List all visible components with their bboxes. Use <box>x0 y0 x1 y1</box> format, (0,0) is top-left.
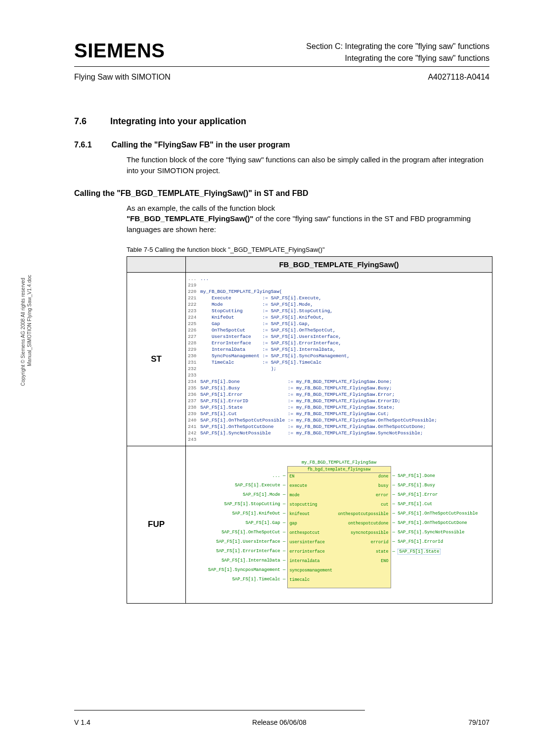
fup-port-left: errorinterface <box>290 549 333 554</box>
copyright-line1: Copyright © Siemens AG 2008 All rights r… <box>20 278 26 386</box>
fup-wire-left: SAP_FS[1].Execute — <box>235 483 286 488</box>
sub-header: Flying Saw with SIMOTION A4027118-A0414 <box>74 73 490 82</box>
fup-port-left: usersinterface <box>290 540 333 545</box>
brand-logo: SIEMENS <box>74 40 165 62</box>
footer-right: 79/107 <box>468 718 490 726</box>
fup-wire-right: — SAP_FS[1].SyncNotPossible <box>393 530 465 535</box>
fup-port-left: EN <box>290 474 333 479</box>
fup-function-block: fb_bgd_template_flyingsaw ENexecutemodes… <box>287 466 391 588</box>
fup-port-right: errorid <box>371 540 389 545</box>
heading-2-title: Calling the "FlyingSaw FB" in the user p… <box>112 141 290 149</box>
fup-wire-left: SAP_FS[1].UsersInterface — <box>216 539 285 544</box>
body-paragraph-1: The function block of the core "flying s… <box>127 154 490 176</box>
fup-diagram: my_FB_BGD_TEMPLATE_FlyingSaw fb_bgd_temp… <box>186 446 492 603</box>
fup-wire-right: — SAP_FS[1].Done <box>393 473 435 478</box>
heading-2: 7.6.1 Calling the "FlyingSaw FB" in the … <box>74 141 490 149</box>
fup-wire-left: SAP_FS[1].SyncposManagement — <box>208 567 286 572</box>
heading-1: 7.6 Integrating into your application <box>74 116 490 127</box>
fup-port-right: syncnotpossible <box>351 530 389 535</box>
fup-wire-right: — SAP_FS[1].OnTheSpotCutDone <box>393 520 467 525</box>
subheader-left: Flying Saw with SIMOTION <box>74 73 171 82</box>
footer-rule <box>74 710 365 710</box>
footer-center: Release 06/06/08 <box>252 718 307 726</box>
body-paragraph-2: As an example, the calls of the function… <box>127 203 490 235</box>
fup-port-right: state <box>376 549 389 554</box>
fup-wire-left: SAP_FS[1].KnifeOut — <box>232 511 285 516</box>
fup-diagram-cell: my_FB_BGD_TEMPLATE_FlyingSaw fb_bgd_temp… <box>186 446 492 603</box>
st-code-cell: ... 219 220 221 222 223 224 225 226 227 … <box>186 272 492 446</box>
fup-port-right: ENO <box>381 559 388 564</box>
table-header-blank <box>127 256 186 272</box>
body2a: As an example, the calls of the function… <box>127 204 275 212</box>
header-section-title: Section C: Integrating the core "flying … <box>179 40 490 64</box>
row-label-fup: FUP <box>127 446 186 603</box>
fup-wire-left: SAP_FS[1].ErrorInterface — <box>216 549 285 554</box>
fup-port-left: timecalc <box>290 577 333 582</box>
heading-1-title: Integrating into your application <box>110 116 246 127</box>
fup-port-left: stopcutting <box>290 502 333 507</box>
copyright-sidebar: Copyright © Siemens AG 2008 All rights r… <box>20 275 33 386</box>
header-line2: Integrating the core "flying saw" functi… <box>179 52 490 64</box>
fup-port-left: syncposmanagement <box>290 568 333 573</box>
heading-3: Calling the "FB_BGD_TEMPLATE_FlyingSaw()… <box>74 189 490 198</box>
subheader-right: A4027118-A0414 <box>428 73 490 82</box>
table-row: ST ... 219 220 221 222 223 224 225 226 2… <box>127 272 492 446</box>
fup-wire-left: SAP_FS[1].InternalData — <box>222 558 286 563</box>
fup-wire-right: — SAP_FS[1].State <box>393 549 441 555</box>
fup-port-right: busy <box>378 483 388 488</box>
fup-wire-right: — SAP_FS[1].Cut <box>393 502 433 507</box>
heading-1-num: 7.6 <box>74 116 87 127</box>
code-table: FB_BGD_TEMPLATE_FlyingSaw() ST ... 219 2… <box>127 256 492 604</box>
fup-port-right: cut <box>381 502 388 507</box>
row-label-st: ST <box>127 272 186 446</box>
fup-wire-right: — SAP_FS[1].OnTheSpotCutPossible <box>393 511 478 516</box>
table-row: FUP my_FB_BGD_TEMPLATE_FlyingSaw fb_bgd_… <box>127 446 492 603</box>
fup-wire-left: SAP_FS[1].Mode — <box>243 492 285 497</box>
fup-wire-left: SAP_FS[1].TimeCalc — <box>232 577 285 582</box>
fup-instance-name: my_FB_BGD_TEMPLATE_FlyingSaw <box>196 460 483 465</box>
fup-wire-left: SAP_FS[1].StopCutting — <box>224 502 285 507</box>
page-header: SIEMENS Section C: Integrating the core … <box>74 40 490 67</box>
fup-port-right: onthespotcutdone <box>348 521 389 526</box>
table-caption: Table 7-5 Calling the function block "_B… <box>127 246 490 253</box>
fup-wire-right: — SAP_FS[1].Busy <box>393 483 435 488</box>
fup-port-right: error <box>376 493 389 498</box>
fup-wire-left: SAP_FS[1].OnTheSpotCut — <box>222 530 286 535</box>
fup-port-left: mode <box>290 493 333 498</box>
fup-block-type: fb_bgd_template_flyingsaw <box>288 467 391 473</box>
page-footer: V 1.4 Release 06/06/08 79/107 <box>74 710 490 726</box>
fup-ports: ENexecutemodestopcuttingknifeoutgaponthe… <box>288 473 391 583</box>
st-gutter: ... 219 220 221 222 223 224 225 226 227 … <box>188 276 200 443</box>
fup-port-left: execute <box>290 483 333 488</box>
fup-wire-left: SAP_FS[1].Gap — <box>245 520 285 525</box>
body2-bold: "FB_BGD_TEMPLATE_FlyingSaw()" <box>127 214 253 223</box>
heading-2-num: 7.6.1 <box>74 141 92 149</box>
fup-port-right: done <box>378 474 388 479</box>
fup-port-left: onthespotcut <box>290 530 333 535</box>
fup-wire-right: — SAP_FS[1].Error <box>393 492 438 497</box>
st-code-listing: ... 219 220 221 222 223 224 225 226 227 … <box>186 273 492 446</box>
table-header-fb: FB_BGD_TEMPLATE_FlyingSaw() <box>186 256 492 272</box>
header-line1: Section C: Integrating the core "flying … <box>179 41 490 52</box>
fup-wire-right: — SAP_FS[1].ErrorId <box>393 539 444 544</box>
fup-port-left: gap <box>290 521 333 526</box>
st-code-body: ... my_FB_BGD_TEMPLATE_FlyingSaw( Execut… <box>200 276 437 443</box>
footer-left: V 1.4 <box>74 718 90 726</box>
fup-port-left: knifeout <box>290 512 333 517</box>
fup-port-left: internaldata <box>290 559 333 564</box>
fup-wire-left: ... — <box>272 473 285 478</box>
fup-port-right: onthespotcutpossible <box>338 512 388 517</box>
copyright-line2: Manual_SIMOTION Flying Saw_V1.4.doc <box>27 275 32 386</box>
